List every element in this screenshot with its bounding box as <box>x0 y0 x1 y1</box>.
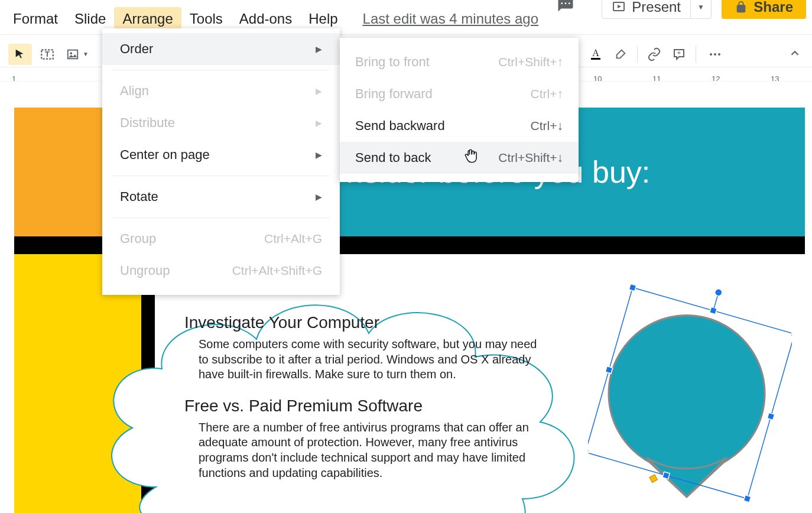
svg-rect-6 <box>591 58 600 60</box>
svg-point-4 <box>70 52 72 54</box>
image-tool[interactable]: ▼ <box>63 44 92 65</box>
share-label: Share <box>753 0 793 15</box>
textbox-tool[interactable]: T <box>35 44 59 65</box>
svg-rect-13 <box>710 307 717 314</box>
more-tools[interactable] <box>703 44 727 65</box>
svg-rect-19 <box>743 495 751 502</box>
svg-text:+: + <box>677 49 681 56</box>
share-button[interactable]: Share <box>722 0 806 19</box>
menu-send-backward[interactable]: Send backward Ctrl+↓ <box>340 110 579 142</box>
menu-sep <box>113 176 329 176</box>
chevron-right-icon: ▶ <box>316 86 322 96</box>
menu-sep <box>113 70 329 70</box>
last-edit-link[interactable]: Last edit was 4 minutes ago <box>363 11 539 27</box>
svg-text:A: A <box>592 48 599 58</box>
menu-format[interactable]: Format <box>5 7 66 31</box>
present-button[interactable]: Present <box>602 0 691 18</box>
ruler-tick: 13 <box>771 74 779 82</box>
svg-rect-11 <box>588 287 792 498</box>
chevron-right-icon: ▶ <box>316 192 322 202</box>
menu-arrange[interactable]: Arrange <box>114 7 181 31</box>
toolbar-sep <box>637 46 638 63</box>
chevron-right-icon: ▶ <box>316 44 322 54</box>
menu-help[interactable]: Help <box>300 7 346 31</box>
menu-addons[interactable]: Add-ons <box>231 7 300 31</box>
menu-bring-forward: Bring forward Ctrl+↑ <box>340 78 579 110</box>
present-dropdown[interactable]: ▼ <box>691 0 711 18</box>
comments-button[interactable] <box>556 0 576 15</box>
svg-rect-12 <box>629 284 636 291</box>
ruler-tick: 1 <box>12 74 16 82</box>
text-color-tool[interactable]: A <box>584 44 608 65</box>
menu-sep <box>113 217 329 218</box>
link-tool[interactable] <box>642 44 666 65</box>
comment-tool[interactable]: + <box>667 44 691 65</box>
present-button-group[interactable]: Present ▼ <box>602 0 712 19</box>
svg-point-9 <box>714 53 716 56</box>
svg-rect-17 <box>588 449 589 456</box>
select-tool[interactable] <box>8 44 32 65</box>
menubar: Format Slide Arrange Tools Add-ons Help … <box>0 7 543 31</box>
svg-rect-22 <box>649 475 658 483</box>
ruler-tick: 11 <box>652 74 661 82</box>
svg-point-10 <box>718 53 720 56</box>
ruler-tick: 12 <box>712 74 720 82</box>
menu-order[interactable]: Order ▶ <box>102 33 340 65</box>
menu-group: Group Ctrl+Alt+G <box>102 223 340 255</box>
section1-body: Some computers come with security softwa… <box>199 337 539 382</box>
highlight-tool[interactable] <box>609 44 632 65</box>
selection-box[interactable] <box>588 284 792 502</box>
svg-rect-18 <box>662 472 670 479</box>
menu-tools[interactable]: Tools <box>181 7 231 31</box>
content-text: Investigate Your Computer Some computers… <box>184 313 539 495</box>
menu-bring-to-front: Bring to front Ctrl+Shift+↑ <box>340 46 579 78</box>
toolbar-sep-2 <box>696 46 696 63</box>
ruler-tick: 10 <box>593 74 602 82</box>
section2-title: Free vs. Paid Premium Software <box>184 397 539 415</box>
menu-slide[interactable]: Slide <box>66 7 114 31</box>
svg-point-21 <box>714 288 723 297</box>
menu-center-on-page[interactable]: Center on page ▶ <box>102 139 340 171</box>
order-submenu: Bring to front Ctrl+Shift+↑ Bring forwar… <box>340 38 579 182</box>
menu-align: Align ▶ <box>102 75 340 107</box>
chevron-right-icon: ▶ <box>316 150 322 160</box>
svg-rect-16 <box>767 413 774 420</box>
svg-point-8 <box>710 53 712 56</box>
section2-body: There are a number of free antivirus pro… <box>199 420 539 480</box>
menu-send-to-back[interactable]: Send to back Ctrl+Shift+↓ <box>340 142 579 174</box>
present-label: Present <box>632 0 681 15</box>
section1-title: Investigate Your Computer <box>184 313 539 332</box>
menu-distribute: Distribute ▶ <box>102 107 340 139</box>
menu-rotate[interactable]: Rotate ▶ <box>102 181 340 213</box>
svg-rect-14 <box>791 330 792 337</box>
chevron-right-icon: ▶ <box>316 118 322 128</box>
arrange-dropdown: Order ▶ Align ▶ Distribute ▶ Center on p… <box>102 28 340 295</box>
collapse-toolbar[interactable] <box>788 47 801 62</box>
svg-text:T: T <box>45 50 50 59</box>
svg-rect-15 <box>605 366 612 374</box>
menu-ungroup: Ungroup Ctrl+Alt+Shift+G <box>102 255 340 287</box>
